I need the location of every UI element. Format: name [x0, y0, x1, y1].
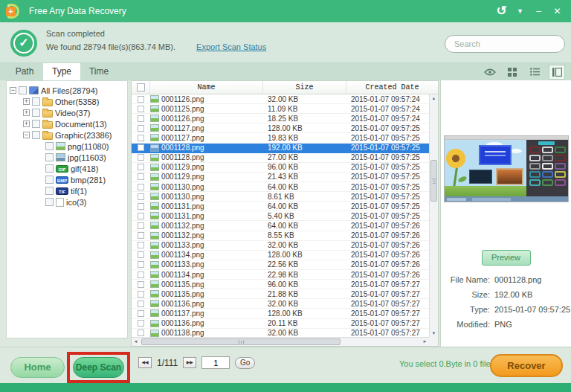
- row-checkbox[interactable]: [138, 96, 144, 103]
- scroll-right-arrow-icon[interactable]: ►: [421, 338, 429, 346]
- first-page-button[interactable]: ◀◀: [138, 357, 152, 368]
- tree-checkbox[interactable]: [32, 131, 40, 139]
- table-row[interactable]: 0001129.png96.00 KB2015-01-07 09:57:25: [132, 163, 429, 173]
- row-checkbox[interactable]: [138, 144, 144, 151]
- column-header-name[interactable]: Name: [149, 81, 262, 94]
- row-checkbox[interactable]: [138, 320, 144, 327]
- row-checkbox[interactable]: [138, 271, 144, 278]
- tree-item-document[interactable]: +Document(13): [7, 118, 127, 129]
- row-checkbox[interactable]: [138, 106, 144, 112]
- column-header-size[interactable]: Size: [262, 81, 346, 94]
- collapse-icon[interactable]: −: [10, 87, 16, 94]
- table-row[interactable]: 0001133.png32.00 KB2015-01-07 09:57:26: [132, 241, 429, 251]
- preview-button[interactable]: Preview: [482, 250, 531, 266]
- row-checkbox[interactable]: [138, 193, 144, 200]
- tree-item-jpg[interactable]: jpg(11603): [7, 152, 127, 163]
- table-row[interactable]: 0001128.png27.00 KB2015-01-07 09:57:25: [132, 153, 429, 163]
- row-checkbox[interactable]: [138, 135, 144, 141]
- tree-checkbox[interactable]: [45, 187, 54, 195]
- scroll-up-arrow-icon[interactable]: ▲: [430, 94, 438, 102]
- table-row[interactable]: 0001127.png128.00 KB2015-01-07 09:57:25: [132, 123, 429, 133]
- tree-item-png[interactable]: png(11080): [7, 141, 127, 152]
- search-box[interactable]: [445, 35, 565, 53]
- tree-item-bmp[interactable]: BMPbmp(281): [7, 174, 127, 185]
- tree-item-other[interactable]: +Other(5358): [7, 96, 127, 107]
- table-row[interactable]: 0001138.png32.00 KB2015-01-07 09:57:27: [132, 329, 429, 337]
- table-row[interactable]: 0001134.png22.98 KB2015-01-07 09:57:26: [132, 270, 429, 280]
- row-checkbox[interactable]: [138, 232, 144, 239]
- expand-icon[interactable]: +: [23, 98, 30, 105]
- row-checkbox[interactable]: [138, 173, 144, 180]
- table-row[interactable]: 0001136.png20.11 KB2015-01-07 09:57:27: [132, 319, 429, 329]
- tree-checkbox[interactable]: [45, 198, 54, 206]
- expand-icon[interactable]: +: [23, 121, 30, 127]
- select-all-checkbox[interactable]: [137, 83, 145, 91]
- tree-checkbox[interactable]: [45, 142, 54, 150]
- tree-item-video[interactable]: +Video(37): [7, 107, 127, 118]
- tree-item-tif[interactable]: TIFtif(1): [7, 185, 127, 196]
- close-button[interactable]: ✕: [548, 3, 567, 19]
- row-checkbox[interactable]: [138, 251, 144, 258]
- tree-item-graphic[interactable]: −Graphic(23386): [7, 129, 127, 141]
- table-row[interactable]: 0001135.png21.88 KB2015-01-07 09:57:27: [132, 289, 429, 299]
- tab-path[interactable]: Path: [6, 63, 43, 80]
- tree-checkbox[interactable]: [32, 120, 40, 128]
- table-row[interactable]: 0001126.png32.00 KB2015-01-07 09:57:24: [132, 94, 429, 104]
- horizontal-scroll-thumb[interactable]: [141, 338, 341, 345]
- table-row[interactable]: 0001125.png11.09 KB2015-01-07 09:57:24: [132, 104, 429, 114]
- preview-image[interactable]: [444, 135, 569, 202]
- table-row[interactable]: 0001135.png96.00 KB2015-01-07 09:57:27: [132, 280, 429, 289]
- grid-view-icon[interactable]: [504, 65, 520, 80]
- table-row[interactable]: 0001132.png64.00 KB2015-01-07 09:57:26: [132, 221, 429, 231]
- row-checkbox[interactable]: [138, 154, 144, 161]
- scroll-down-arrow-icon[interactable]: ▼: [430, 330, 438, 337]
- table-row[interactable]: 0001130.png64.00 KB2015-01-07 09:57:25: [132, 182, 429, 192]
- row-checkbox[interactable]: [138, 281, 144, 288]
- go-button[interactable]: Go: [235, 357, 255, 369]
- row-checkbox[interactable]: [138, 125, 144, 132]
- row-checkbox[interactable]: [138, 330, 144, 336]
- row-checkbox[interactable]: [138, 222, 144, 229]
- row-checkbox[interactable]: [138, 203, 144, 210]
- row-checkbox[interactable]: [138, 184, 144, 190]
- tree-checkbox[interactable]: [45, 176, 54, 184]
- tree-checkbox[interactable]: [45, 153, 54, 161]
- row-checkbox[interactable]: [138, 164, 144, 170]
- horizontal-scrollbar[interactable]: ◄ ►: [132, 337, 429, 346]
- export-scan-status-link[interactable]: Export Scan Status: [196, 42, 266, 51]
- column-header-created-date[interactable]: Created Date: [346, 81, 438, 94]
- history-icon[interactable]: ↺: [492, 3, 511, 19]
- minimize-button[interactable]: –: [529, 3, 548, 19]
- vertical-scroll-thumb[interactable]: [430, 160, 437, 202]
- tab-time[interactable]: Time: [80, 63, 117, 80]
- home-button[interactable]: Home: [10, 357, 65, 378]
- table-row[interactable]: 0001128.png192.00 KB2015-01-07 09:57:25: [132, 144, 429, 153]
- search-input[interactable]: [454, 39, 560, 48]
- tree-checkbox[interactable]: [32, 109, 40, 117]
- tree-checkbox[interactable]: [32, 97, 40, 106]
- eye-icon[interactable]: [482, 65, 498, 80]
- next-page-button[interactable]: ▶▶: [183, 357, 196, 368]
- row-checkbox[interactable]: [138, 310, 144, 317]
- tab-type[interactable]: Type: [43, 63, 80, 80]
- row-checkbox[interactable]: [138, 261, 144, 268]
- table-row[interactable]: 0001132.png8.55 KB2015-01-07 09:57:26: [132, 231, 429, 241]
- row-checkbox[interactable]: [138, 242, 144, 248]
- table-row[interactable]: 0001136.png32.00 KB2015-01-07 09:57:27: [132, 299, 429, 309]
- table-row[interactable]: 0001129.png21.43 KB2015-01-07 09:57:25: [132, 173, 429, 182]
- table-row[interactable]: 0001130.png8.61 KB2015-01-07 09:57:25: [132, 192, 429, 202]
- row-checkbox[interactable]: [138, 301, 144, 307]
- tree-checkbox[interactable]: [45, 164, 54, 173]
- scroll-left-arrow-icon[interactable]: ◄: [132, 338, 140, 346]
- row-checkbox[interactable]: [138, 115, 144, 122]
- collapse-icon[interactable]: −: [23, 132, 30, 138]
- vertical-scrollbar[interactable]: ▲ ▼: [429, 94, 438, 337]
- tree-item-all-files[interactable]: −All Files(28794): [7, 85, 127, 96]
- tree-checkbox[interactable]: [19, 86, 27, 94]
- preview-pane-icon[interactable]: [549, 65, 565, 80]
- table-row[interactable]: 0001133.png22.56 KB2015-01-07 09:57:26: [132, 260, 429, 270]
- table-row[interactable]: 0001126.png18.25 KB2015-01-07 09:57:24: [132, 114, 429, 123]
- page-number-input[interactable]: [201, 356, 230, 369]
- row-checkbox[interactable]: [138, 213, 144, 219]
- deep-scan-button[interactable]: Deep Scan: [73, 357, 124, 378]
